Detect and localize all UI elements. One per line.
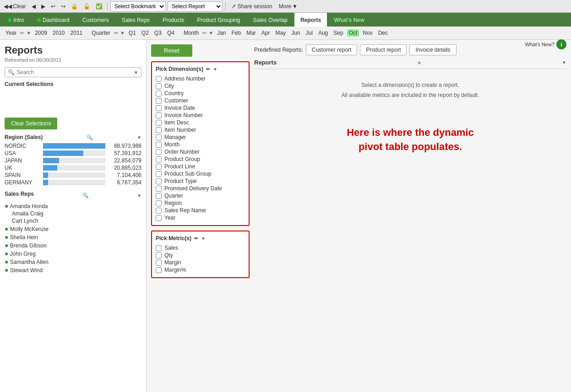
metric-item[interactable]: Margin% <box>156 266 245 274</box>
report-select[interactable]: Select Report <box>168 1 223 11</box>
metric-checkbox[interactable] <box>156 252 162 258</box>
clear-button[interactable]: ◀◀ Clear <box>2 2 28 11</box>
pick-metrics-chevron-icon[interactable]: ▼ <box>201 236 206 241</box>
dimension-item[interactable]: Sales Rep Name <box>156 207 245 214</box>
dimension-item[interactable]: Quarter <box>156 192 245 199</box>
dimension-checkbox[interactable] <box>156 186 162 192</box>
dimension-item[interactable]: City <box>156 82 245 90</box>
dimension-item[interactable]: Country <box>156 90 245 97</box>
dimension-item[interactable]: Region <box>156 199 245 207</box>
dimension-item[interactable]: Customer <box>156 97 245 104</box>
metric-item[interactable]: Qty <box>156 252 245 259</box>
quarter-edit-icon[interactable]: ✏ <box>114 30 118 36</box>
reports-arrows-icon[interactable]: » <box>418 59 421 66</box>
dimension-checkbox[interactable] <box>156 171 162 177</box>
region-chevron-icon[interactable]: ▼ <box>137 135 141 140</box>
sales-rep-item[interactable]: ● Samantha Allen <box>5 258 141 266</box>
customer-report-button[interactable]: Customer report <box>306 44 358 55</box>
dimension-item[interactable]: Invoice Date <box>156 104 245 112</box>
quarter-q2[interactable]: Q2 <box>140 29 151 37</box>
tab-products[interactable]: Products <box>157 13 190 27</box>
month-mar[interactable]: Mar <box>245 29 258 37</box>
quarter-q3[interactable]: Q3 <box>152 29 163 37</box>
dimension-checkbox[interactable] <box>156 149 162 155</box>
month-nov[interactable]: Nov <box>361 29 374 37</box>
month-sep[interactable]: Sep <box>332 29 345 37</box>
dimension-item[interactable]: Month <box>156 141 245 148</box>
year-edit-icon[interactable]: ✏ <box>20 30 24 36</box>
dimension-checkbox[interactable] <box>156 127 162 133</box>
tab-product-grouping[interactable]: Product Grouping <box>191 13 246 27</box>
region-row[interactable]: GERMANY 6,767,354 <box>5 179 141 186</box>
redo-button[interactable]: ↪ <box>59 2 67 11</box>
dimension-item[interactable]: Product Type <box>156 177 245 185</box>
month-feb[interactable]: Feb <box>230 29 243 37</box>
dimension-item[interactable]: Item Desc <box>156 119 245 126</box>
dimension-item[interactable]: Item Number <box>156 126 245 134</box>
dimension-checkbox[interactable] <box>156 156 162 162</box>
dimension-checkbox[interactable] <box>156 113 162 118</box>
month-jan[interactable]: Jan <box>215 29 228 37</box>
quarter-chevron-icon[interactable]: ▼ <box>120 30 125 36</box>
dimension-item[interactable]: Promised Delivery Date <box>156 185 245 192</box>
month-jul[interactable]: Jul <box>304 29 315 37</box>
sales-rep-item[interactable]: ● Molly McKenzie <box>5 225 141 233</box>
pick-metrics-edit-icon[interactable]: ✏ <box>194 236 198 242</box>
region-row[interactable]: USA 57,391,912 <box>5 150 141 157</box>
search-caret-icon[interactable]: ▼ <box>134 70 138 75</box>
sales-reps-search-icon[interactable]: 🔍 <box>82 193 89 199</box>
dimension-checkbox[interactable] <box>156 105 162 111</box>
tab-sales-reps[interactable]: Sales Reps <box>116 13 156 27</box>
month-dec[interactable]: Dec <box>376 29 390 37</box>
dimension-checkbox[interactable] <box>156 178 162 184</box>
invoice-details-button[interactable]: Invoice details <box>409 44 456 55</box>
pick-dimensions-chevron-icon[interactable]: ▼ <box>213 67 218 72</box>
month-apr[interactable]: Apr <box>260 29 272 37</box>
dimension-checkbox[interactable] <box>156 193 162 199</box>
sales-rep-item[interactable]: ● Sheila Hein <box>5 233 141 241</box>
dimension-item[interactable]: Product Line <box>156 163 245 170</box>
metric-item[interactable]: Sales <box>156 244 245 252</box>
quarter-q4[interactable]: Q4 <box>165 29 176 37</box>
tab-sales-overlap[interactable]: Sales Overlap <box>247 13 294 27</box>
region-row[interactable]: SPAIN 7,104,406 <box>5 172 141 179</box>
dimension-item[interactable]: Address Number <box>156 75 245 82</box>
reports-dropdown-icon[interactable]: ▼ <box>562 60 566 65</box>
metric-checkbox[interactable] <box>156 260 162 266</box>
search-box[interactable]: 🔍 ▼ <box>5 67 141 77</box>
dimension-item[interactable]: Product Group <box>156 156 245 163</box>
tab-customers[interactable]: Customers <box>76 13 115 27</box>
dimension-checkbox[interactable] <box>156 215 162 221</box>
region-row[interactable]: NORDIC 88,973,988 <box>5 142 141 150</box>
tab-dashboard[interactable]: Dashboard <box>31 13 76 27</box>
year-2010[interactable]: 2010 <box>51 29 67 37</box>
back-button[interactable]: ◀ <box>30 2 38 11</box>
month-chevron-icon[interactable]: ▼ <box>208 30 213 36</box>
clear-selections-button[interactable]: Clear Selections <box>5 118 57 129</box>
search-input[interactable] <box>16 69 134 75</box>
pick-dimensions-edit-icon[interactable]: ✏ <box>206 66 210 72</box>
reset-button[interactable]: Reset <box>151 44 192 57</box>
sales-rep-item[interactable]: ● Amanda Honda <box>5 202 141 210</box>
tab-reports[interactable]: Reports <box>294 13 327 27</box>
sales-reps-chevron-icon[interactable]: ▼ <box>137 193 141 198</box>
month-oct[interactable]: Oct <box>347 29 359 37</box>
year-chevron-icon[interactable]: ▼ <box>26 30 31 36</box>
dimension-checkbox[interactable] <box>156 120 162 126</box>
product-report-button[interactable]: Product report <box>360 44 407 55</box>
dimension-item[interactable]: Invoice Number <box>156 112 245 119</box>
dimension-checkbox[interactable] <box>156 142 162 148</box>
bookmark-select[interactable]: Select Bookmark <box>110 1 166 11</box>
dimension-checkbox[interactable] <box>156 200 162 206</box>
month-may[interactable]: May <box>274 29 288 37</box>
sales-rep-item[interactable]: ● John Greg <box>5 249 141 258</box>
dimension-checkbox[interactable] <box>156 208 162 214</box>
unlock-button[interactable]: 🔓 <box>82 2 92 11</box>
month-jun[interactable]: Jun <box>289 29 302 37</box>
year-2011[interactable]: 2011 <box>69 29 85 37</box>
dimension-item[interactable]: Order Number <box>156 148 245 156</box>
month-aug[interactable]: Aug <box>316 29 330 37</box>
dimension-checkbox[interactable] <box>156 76 162 82</box>
dimension-checkbox[interactable] <box>156 91 162 97</box>
region-row[interactable]: UK 20,885,023 <box>5 164 141 172</box>
